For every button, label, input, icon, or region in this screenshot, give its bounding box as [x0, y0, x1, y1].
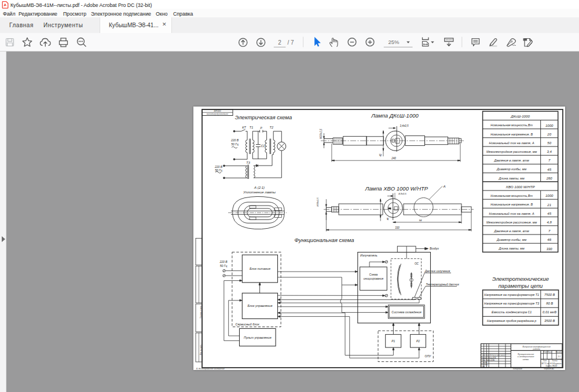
svg-text:3500 В: 3500 В — [544, 319, 555, 323]
svg-text:Разраб. Кубыш.М.В.: Разраб. Кубыш.М.В. — [482, 357, 497, 359]
svg-text:схемы: схемы — [523, 358, 529, 361]
svg-text:Межэлектродное расстояние, мм: Межэлектродное расстояние, мм — [486, 150, 537, 153]
svg-text:Воздух: Воздух — [430, 247, 439, 250]
svg-text:Лампа ДКсШ-1000: Лампа ДКсШ-1000 — [371, 112, 419, 119]
svg-text:240: 240 — [391, 157, 396, 160]
svg-text:КТ: КТ — [242, 126, 246, 129]
svg-text:7: 7 — [548, 229, 551, 233]
svg-text:220 В: 220 В — [219, 260, 228, 263]
svg-text:Масса: Масса — [547, 351, 552, 353]
svg-text:2: 2 — [278, 39, 281, 46]
svg-text:45: 45 — [547, 212, 551, 215]
svg-text:/ 7: / 7 — [288, 39, 295, 46]
svg-text:46: 46 — [547, 238, 551, 241]
svg-text:Датчик излучения: Датчик излучения — [424, 269, 450, 273]
svg-text:Напряжение на трансформаторе Т: Напряжение на трансформаторе Т3 — [484, 302, 539, 305]
svg-text:330: 330 — [395, 226, 400, 229]
svg-text:Лампа ХВО 1000 W/НТР: Лампа ХВО 1000 W/НТР — [365, 185, 428, 192]
svg-text:Номинальный ток на лампе, А: Номинальный ток на лампе, А — [489, 212, 534, 215]
svg-text:Пров. Смирн.Д.Ал.: Пров. Смирн.Д.Ал. — [482, 359, 496, 361]
svg-text:1000: 1000 — [545, 124, 554, 127]
svg-text:4,8±0,5: 4,8±0,5 — [398, 192, 406, 195]
svg-text:Лит.: Лит. — [543, 351, 547, 353]
svg-text:Температурный датчик: Температурный датчик — [426, 283, 459, 286]
svg-text:Подпись и дата: Подпись и дата — [200, 306, 202, 318]
svg-text:Излучатель: Излучатель — [360, 254, 378, 257]
svg-text:3,4: 3,4 — [547, 150, 552, 153]
svg-text:Группа ЭВ-82: Группа ЭВ-82 — [545, 365, 557, 367]
svg-text:параметры цепи: параметры цепи — [499, 283, 543, 289]
svg-text:45: 45 — [547, 168, 551, 171]
svg-text:С1: С1 — [261, 144, 265, 148]
svg-text:220 В: 220 В — [230, 138, 239, 142]
svg-text:А: А — [442, 185, 445, 188]
svg-text:Номинальная мощность,Вт: Номинальная мощность,Вт — [490, 194, 533, 197]
svg-text:21: 21 — [547, 203, 551, 207]
svg-text:ДКсШ-1000: ДКсШ-1000 — [510, 114, 530, 118]
svg-text:Формат А3: Формат А3 — [544, 368, 554, 370]
svg-text:ОПУ: ОПУ — [425, 354, 432, 358]
svg-text:М16х1,5: М16х1,5 — [316, 197, 319, 207]
svg-text:330: 330 — [547, 247, 553, 251]
svg-text:1000: 1000 — [545, 194, 554, 197]
svg-text:А (2:1): А (2:1) — [254, 186, 265, 189]
svg-text:7500 В: 7500 В — [544, 293, 555, 296]
svg-text:Уплотнение лампы: Уплотнение лампы — [243, 190, 276, 194]
svg-text:Сервисный блок: Сервисный блок — [236, 323, 260, 326]
svg-text:Номинальное напряжение, В: Номинальное напряжение, В — [490, 133, 533, 136]
svg-text:45: 45 — [379, 153, 382, 157]
svg-text:Р1: Р1 — [391, 339, 395, 343]
svg-text:Емкость конденсатора С1: Емкость конденсатора С1 — [492, 310, 532, 314]
svg-text:Номинальный ток на лампе, А: Номинальный ток на лампе, А — [489, 141, 534, 145]
svg-text:50 Гц: 50 Гц — [215, 168, 222, 172]
svg-text:Блок управления: Блок управления — [248, 304, 273, 307]
svg-text:46: 46 — [386, 217, 389, 220]
svg-text:Т3: Т3 — [246, 161, 250, 164]
svg-text:Электрическая схема: Электрическая схема — [235, 114, 292, 120]
svg-text:84: 84 — [419, 219, 422, 222]
svg-text:Инв. № дубл.: Инв. № дубл. — [200, 345, 202, 356]
svg-text:Изм. Лист № докум. Подп. Да: Изм. Лист № докум. Подп. Дата — [482, 354, 505, 356]
svg-text:25%: 25% — [389, 39, 400, 45]
svg-text:ВКР.0000: ВКР.0000 — [214, 110, 221, 112]
svg-text:Давление в лампе, атм: Давление в лампе, атм — [494, 159, 529, 162]
svg-text:50 Гц: 50 Гц — [231, 142, 239, 146]
svg-text:ОС: ОС — [415, 262, 419, 265]
svg-text:р: р — [260, 126, 262, 129]
svg-text:Электротехнические: Электротехнические — [492, 276, 549, 282]
svg-text:Давление в лампе, атм: Давление в лампе, атм — [494, 229, 529, 233]
svg-text:260: 260 — [546, 177, 553, 180]
svg-text:80 В: 80 В — [546, 302, 553, 305]
svg-text:Т2: Т2 — [270, 126, 273, 129]
svg-text:50 Гц: 50 Гц — [220, 264, 228, 268]
svg-text:инициирования: инициирования — [364, 277, 384, 280]
svg-text:Копировал: Копировал — [513, 368, 522, 370]
svg-text:Масштаб: Масштаб — [556, 351, 563, 353]
svg-text:Диаметр колбы, мм: Диаметр колбы, мм — [496, 167, 527, 171]
svg-text:Напряжение пробоя разрядника р: Напряжение пробоя разрядника р — [487, 319, 536, 323]
svg-text:Длина лампы, мм: Длина лампы, мм — [498, 247, 525, 250]
svg-text:ХВО 1000 W/НТР: ХВО 1000 W/НТР — [505, 185, 536, 189]
svg-text:4,8: 4,8 — [547, 221, 552, 224]
svg-text:Межэлектродное расстояние, мм: Межэлектродное расстояние, мм — [486, 221, 537, 224]
svg-text:Система охлаждения: Система охлаждения — [391, 310, 422, 314]
svg-text:Лист: Лист — [542, 360, 547, 362]
svg-text:20: 20 — [547, 133, 551, 136]
svg-text:Номинальная мощность,Вт: Номинальная мощность,Вт — [490, 123, 533, 127]
svg-text:7: 7 — [548, 159, 551, 162]
svg-text:1:1: 1:1 — [558, 356, 560, 358]
svg-text:0,01 мкФ: 0,01 мкФ — [543, 310, 557, 314]
svg-text:Схема: Схема — [369, 273, 378, 276]
svg-text:Функциональная схема: Функциональная схема — [294, 237, 354, 243]
svg-text:Р2: Р2 — [416, 339, 420, 343]
svg-text:В. Не копированное соглашение: В. Не копированное соглашение — [196, 368, 225, 370]
svg-text:Блок питания: Блок питания — [250, 267, 270, 270]
svg-text:3,4±0,5: 3,4±0,5 — [400, 124, 408, 127]
svg-text:Т.контр.: Т.контр. — [482, 361, 488, 364]
svg-text:М10х1,5: М10х1,5 — [320, 129, 323, 139]
svg-text:50: 50 — [547, 141, 551, 145]
svg-text:Пульт управления: Пульт управления — [244, 336, 272, 339]
svg-text:Диаметр колбы, мм: Диаметр колбы, мм — [496, 238, 527, 241]
svg-text:1: 1 — [560, 360, 562, 362]
svg-text:Напряжение на трансформаторе Т: Напряжение на трансформаторе Т1 — [484, 293, 539, 296]
